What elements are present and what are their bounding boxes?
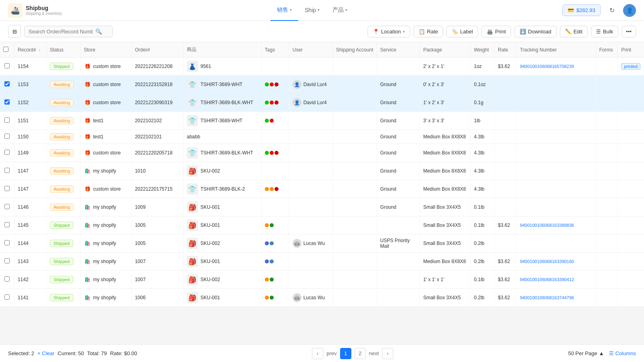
package-cell: Medium Box 8X8X8 xyxy=(420,162,471,180)
store-cell: 🎁custom store xyxy=(80,144,132,162)
service-cell: Ground xyxy=(377,198,420,216)
search-button[interactable]: 🔍 xyxy=(95,29,102,35)
location-icon: 📍 xyxy=(373,29,379,35)
row-checkbox[interactable] xyxy=(4,222,10,227)
search-box: 🔍 xyxy=(24,26,113,37)
row-checkbox[interactable] xyxy=(4,186,10,191)
store-name: test1 xyxy=(93,134,103,140)
edit-button[interactable]: ✏️ Edit xyxy=(560,26,588,37)
tag-dot xyxy=(265,119,269,123)
tag-dot xyxy=(270,296,274,300)
package-cell: Medium Box 8X8X8 xyxy=(420,144,471,162)
package-cell: 2' x 2' x 1' xyxy=(420,58,471,76)
table-row: 1147Awaiting🎁custom store20221220175715👕… xyxy=(0,180,644,198)
product-image: 👗 xyxy=(187,61,198,72)
tracking-link[interactable]: 9400100106068163390412 xyxy=(520,277,574,282)
prev-arrow-icon: ‹ xyxy=(317,350,318,356)
nav-products[interactable]: 产品 ▾ xyxy=(326,0,354,21)
download-icon: ⬇️ xyxy=(520,29,526,35)
user-cell: 🤖Lucas Wu xyxy=(289,289,332,307)
avatar[interactable]: 👤 xyxy=(623,4,636,17)
service-cell: Ground xyxy=(377,162,420,180)
service-cell xyxy=(377,253,420,271)
download-button[interactable]: ⬇️ Download xyxy=(514,26,557,37)
order-number: 20221220175715 xyxy=(132,180,184,198)
forms-cell xyxy=(596,216,618,234)
refresh-button[interactable]: ↻ xyxy=(605,4,618,17)
columns-label: Columns xyxy=(615,350,636,356)
tracking-link[interactable]: 9400100106068163744796 xyxy=(520,295,574,300)
row-checkbox[interactable] xyxy=(4,134,10,139)
nav-ship[interactable]: Ship ▾ xyxy=(298,0,326,21)
row-checkbox[interactable] xyxy=(4,81,10,86)
th-select-all[interactable] xyxy=(0,42,14,58)
user-cell xyxy=(289,216,332,234)
tracking-cell xyxy=(516,112,596,130)
record-id: 1144 xyxy=(14,234,47,253)
more-button[interactable]: ••• xyxy=(621,26,636,37)
rate-cell: $3.62 xyxy=(495,58,517,76)
app-logo: 🚢 Shipbug shipping & inventory xyxy=(8,3,62,18)
balance-button[interactable]: 💳 $282.93 xyxy=(562,4,601,16)
th-record[interactable]: Record# ↕ xyxy=(14,42,47,58)
product-image: 👕 xyxy=(187,115,198,126)
columns-button[interactable]: ☰ Columns xyxy=(609,350,636,356)
filter-button[interactable]: ⊟ xyxy=(8,25,21,38)
row-checkbox[interactable] xyxy=(4,294,10,300)
edit-icon: ✏️ xyxy=(565,29,572,35)
print-button[interactable]: 🖨️ Print xyxy=(481,26,511,37)
label-button[interactable]: 🏷️ Label xyxy=(446,26,478,37)
th-status: Status xyxy=(46,42,80,58)
prev-page-button[interactable]: ‹ xyxy=(312,348,323,359)
location-button[interactable]: 📍 Location ▾ xyxy=(367,26,410,37)
row-checkbox[interactable] xyxy=(4,204,10,209)
weight-cell: 0.1g xyxy=(471,94,495,112)
tag-dot xyxy=(265,278,269,282)
store-name: my shopify xyxy=(93,259,116,264)
search-input[interactable] xyxy=(29,29,93,35)
store-cell: 🛍️my shopify xyxy=(80,289,132,307)
shipping-account-cell xyxy=(332,198,377,216)
per-page-selector[interactable]: 50 Per Page ▲ xyxy=(568,350,604,356)
next-page-button[interactable]: › xyxy=(382,348,393,359)
row-checkbox[interactable] xyxy=(4,240,10,245)
page-2-button[interactable]: 2 xyxy=(355,348,366,359)
clear-selection-button[interactable]: × Clear xyxy=(37,350,54,356)
service-cell: Ground xyxy=(377,76,420,94)
tracking-link[interactable]: 9400100106068163389836 xyxy=(520,223,574,228)
main-content: Record# ↕ Status Store Order# 商品 Tags Us… xyxy=(0,42,644,345)
label-icon: 🏷️ xyxy=(452,29,458,35)
package-cell: Medium Box 8X8X8 xyxy=(420,130,471,144)
rate-button[interactable]: 📋 Rate xyxy=(413,26,443,37)
user-avatar: 🤖 xyxy=(293,293,301,302)
product-image: 🎒 xyxy=(187,165,198,177)
row-checkbox[interactable] xyxy=(4,150,10,155)
nav-sales[interactable]: 销售 ▾ xyxy=(270,0,298,21)
table-row: 1143Shipped🛍️my shopify1007🎒SKU-001Mediu… xyxy=(0,253,644,271)
row-checkbox[interactable] xyxy=(4,63,10,68)
row-checkbox[interactable] xyxy=(4,276,10,282)
tracking-link[interactable]: 9400100106068165708239 xyxy=(520,64,574,69)
prev-page-label[interactable]: prev xyxy=(326,350,336,356)
record-id: 1150 xyxy=(14,130,47,144)
service-cell: Ground xyxy=(377,94,420,112)
row-checkbox[interactable] xyxy=(4,168,10,173)
location-label: Location xyxy=(381,29,401,35)
bulk-button[interactable]: ☰ Bulk xyxy=(591,26,618,37)
row-checkbox[interactable] xyxy=(4,117,10,123)
next-page-label[interactable]: next xyxy=(369,350,379,356)
select-all-checkbox[interactable] xyxy=(3,47,8,52)
product-cell: 🎒SKU-001 xyxy=(183,289,261,307)
product-image: 🎒 xyxy=(187,274,198,285)
tags-cell xyxy=(261,271,289,289)
forms-cell xyxy=(596,162,618,180)
row-checkbox[interactable] xyxy=(4,99,10,105)
tracking-link[interactable]: 9400100106068163390160 xyxy=(520,259,574,264)
shipping-account-cell xyxy=(332,180,377,198)
store-name: my shopify xyxy=(93,277,116,282)
tags-cell xyxy=(261,76,289,94)
tags-cell xyxy=(261,234,289,253)
page-1-button[interactable]: 1 xyxy=(340,348,351,359)
row-checkbox[interactable] xyxy=(4,258,10,263)
weight-cell: 0.2lb xyxy=(471,289,495,307)
